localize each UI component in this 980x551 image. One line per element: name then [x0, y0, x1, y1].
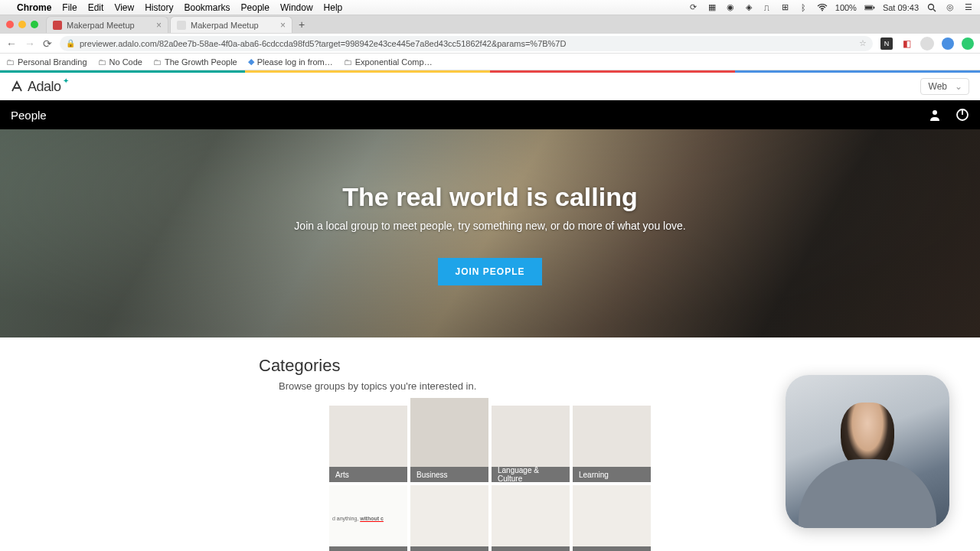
bookmark-label: No Code: [109, 57, 142, 67]
app-title: People: [11, 109, 47, 122]
category-image: [492, 406, 570, 467]
tab-favicon: [177, 21, 186, 30]
browser-tab-active[interactable]: Makerpad Meetup ×: [170, 16, 292, 33]
battery-icon[interactable]: [864, 2, 875, 13]
category-image: [573, 485, 651, 546]
menubar-app[interactable]: Chrome: [17, 2, 51, 13]
new-tab-button[interactable]: +: [294, 17, 309, 32]
category-label: Business: [410, 467, 488, 482]
adalo-logo[interactable]: Adalo ✦: [11, 79, 71, 95]
category-image: [492, 485, 570, 546]
status-icon[interactable]: ◉: [725, 2, 736, 13]
menubar-window[interactable]: Window: [280, 2, 313, 13]
device-selector[interactable]: Web: [920, 78, 969, 95]
category-card-language-culture[interactable]: Language & Culture: [492, 406, 570, 482]
menubar-help[interactable]: Help: [324, 2, 343, 13]
battery-percent: 100%: [835, 3, 857, 12]
category-image: [573, 406, 651, 467]
spotlight-icon[interactable]: [926, 2, 937, 13]
status-icon[interactable]: ▦: [707, 2, 717, 13]
lock-icon: 🔒: [66, 39, 75, 47]
status-icon[interactable]: ⟳: [688, 2, 699, 13]
menubar-file[interactable]: File: [62, 2, 77, 13]
window-minimize-icon[interactable]: [18, 21, 26, 28]
category-card-movements[interactable]: Movements: [410, 485, 488, 551]
tab-favicon: [53, 21, 62, 30]
category-label: Arts: [329, 467, 407, 482]
category-card-arts[interactable]: Arts: [329, 406, 407, 482]
extension-icon[interactable]: [962, 37, 974, 50]
folder-icon: 🗀: [153, 57, 162, 67]
hero-subheading: Join a local group to meet people, try s…: [294, 220, 685, 232]
logout-icon[interactable]: [956, 108, 969, 122]
profile-icon[interactable]: [928, 108, 942, 122]
menubar-edit[interactable]: Edit: [88, 2, 104, 13]
profile-avatar-icon[interactable]: [920, 37, 934, 51]
hero-section: The real world is calling Join a local g…: [0, 129, 980, 337]
macos-menubar: Chrome File Edit View History Bookmarks …: [0, 0, 980, 15]
join-button[interactable]: JOIN PEOPLE: [438, 258, 541, 285]
tab-close-icon[interactable]: ×: [156, 20, 162, 31]
extension-icon[interactable]: [942, 37, 954, 50]
category-label: Tech: [573, 546, 651, 551]
svg-point-0: [822, 9, 823, 11]
browser-tabstrip: Makerpad Meetup × Makerpad Meetup × +: [0, 15, 980, 34]
adalo-accent-dot-icon: ✦: [63, 77, 69, 85]
wifi-icon[interactable]: [817, 2, 828, 13]
window-maximize-icon[interactable]: [31, 21, 38, 28]
url-bar[interactable]: 🔒 previewer.adalo.com/82a0ee7b-58ae-4f0a…: [60, 36, 873, 51]
tab-close-icon[interactable]: ×: [280, 20, 286, 31]
extension-icon[interactable]: ◧: [900, 37, 913, 50]
bookmark-folder[interactable]: 🗀Personal Branding: [6, 57, 87, 67]
status-icon[interactable]: ⎍: [762, 2, 773, 13]
category-label: Language & Culture: [492, 467, 570, 482]
siri-icon[interactable]: ◎: [945, 2, 956, 13]
bookmark-item[interactable]: ◆Please log in from…: [248, 57, 333, 67]
svg-rect-3: [874, 6, 874, 8]
browser-toolbar: ← → ⟳ 🔒 previewer.adalo.com/82a0ee7b-58a…: [0, 34, 980, 54]
nav-forward-icon[interactable]: →: [24, 37, 35, 50]
bookmark-folder[interactable]: 🗀Exponential Comp…: [344, 57, 433, 67]
category-image: d anything, without c: [329, 485, 407, 546]
menubar-history[interactable]: History: [145, 2, 173, 13]
menubar-bookmarks[interactable]: Bookmarks: [185, 2, 230, 13]
bookmark-folder[interactable]: 🗀No Code: [98, 57, 142, 67]
folder-icon: 🗀: [344, 57, 352, 67]
control-center-icon[interactable]: ☰: [963, 2, 974, 13]
category-label: Movements: [410, 546, 488, 551]
window-controls[interactable]: [6, 21, 38, 28]
menubar-view[interactable]: View: [114, 2, 134, 13]
tab-title: Makerpad Meetup: [191, 21, 259, 30]
category-label: Learning: [573, 467, 651, 482]
device-selector-value: Web: [929, 81, 947, 92]
svg-point-4: [929, 4, 934, 9]
category-label: Sports: [492, 546, 570, 551]
window-close-icon[interactable]: [6, 21, 14, 28]
nav-back-icon[interactable]: ←: [6, 37, 17, 50]
category-card-learning[interactable]: Learning: [573, 406, 651, 482]
menubar-clock[interactable]: Sat 09:43: [883, 3, 919, 12]
status-icon[interactable]: ◈: [743, 2, 754, 13]
extension-icon[interactable]: N: [880, 37, 893, 50]
bookmark-star-icon[interactable]: ☆: [859, 38, 867, 48]
category-card-makers[interactable]: d anything, without c Makers: [329, 485, 407, 551]
svg-point-6: [933, 110, 937, 115]
category-card-tech[interactable]: Tech: [573, 485, 651, 551]
bookmark-folder[interactable]: 🗀The Growth People: [153, 57, 237, 67]
bookmark-label: Exponential Comp…: [355, 57, 433, 67]
category-card-sports[interactable]: Sports: [492, 485, 570, 551]
adalo-topbar: Adalo ✦ Web: [0, 73, 980, 100]
app-header: People: [0, 100, 980, 129]
bluetooth-icon[interactable]: ᛒ: [799, 2, 809, 13]
svg-rect-2: [865, 6, 872, 9]
adalo-accent-stripe: [0, 70, 980, 73]
hero-heading: The real world is calling: [294, 182, 685, 212]
nav-reload-icon[interactable]: ⟳: [43, 37, 52, 50]
menubar-people[interactable]: People: [241, 2, 270, 13]
category-card-business[interactable]: Business: [410, 406, 488, 482]
status-icon[interactable]: ⊞: [780, 2, 791, 13]
favicon-icon: ◆: [248, 57, 254, 67]
category-image: [329, 406, 407, 467]
categories-subheading: Browse groups by topics you're intereste…: [279, 380, 657, 392]
browser-tab[interactable]: Makerpad Meetup ×: [46, 16, 168, 33]
